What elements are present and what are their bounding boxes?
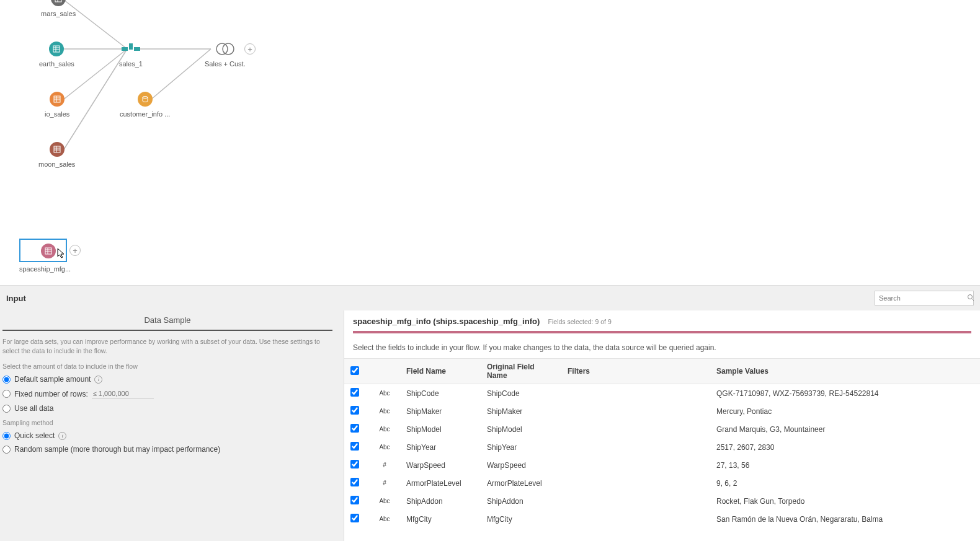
fields-table: Field Name Original Field Name Filters S…	[344, 358, 980, 528]
node-label: spaceship_mfg...	[19, 265, 71, 273]
table-row[interactable]: AbcShipAddonShipAddonRocket, Flak Gun, T…	[344, 492, 980, 510]
node-label: earth_sales	[39, 60, 74, 68]
col-original-name: Original Field Name	[481, 359, 561, 384]
node-customer-info[interactable]: customer_info ...	[120, 92, 170, 118]
panel-title: Input	[6, 294, 26, 303]
table-row[interactable]: AbcShipModelShipModelGrand Marquis, G3, …	[344, 420, 980, 438]
sampling-label: Sampling method	[0, 415, 335, 429]
filters-cell	[561, 510, 710, 528]
field-checkbox[interactable]	[350, 478, 359, 486]
svg-rect-24	[134, 47, 140, 51]
table-row[interactable]: AbcShipMakerShipMakerMercury, Pontiac	[344, 402, 980, 420]
node-label: Sales + Cust.	[205, 60, 246, 68]
node-mars-sales[interactable]: mars_sales	[41, 0, 76, 17]
svg-rect-28	[45, 248, 51, 254]
clean-step-icon	[121, 42, 141, 56]
original-field-name: ShipModel	[481, 420, 561, 438]
node-label: io_sales	[45, 110, 69, 118]
radio-quick-select[interactable]: Quick select i	[0, 429, 335, 442]
col-filters: Filters	[561, 359, 710, 384]
field-name: ArmorPlateLevel	[400, 474, 481, 492]
node-moon-sales[interactable]: moon_sales	[38, 142, 75, 168]
search-icon	[967, 294, 974, 302]
node-earth-sales[interactable]: earth_sales	[39, 42, 74, 68]
info-icon[interactable]: i	[58, 432, 66, 440]
filters-cell	[561, 384, 710, 403]
svg-point-25	[143, 97, 148, 99]
fields-pane: spaceship_mfg_info (ships.spaceship_mfg_…	[344, 310, 980, 541]
col-sample-values: Sample Values	[710, 359, 980, 384]
svg-point-26	[216, 43, 228, 55]
node-label: customer_info ...	[120, 110, 170, 118]
type-icon: #	[369, 474, 400, 492]
field-checkbox[interactable]	[350, 388, 359, 397]
sample-values: 2517, 2607, 2830	[710, 438, 980, 456]
input-panel: Input Data Sample For large data sets, y…	[0, 285, 980, 541]
radio-use-all[interactable]: Use all data	[0, 402, 335, 415]
table-row[interactable]: AbcShipCodeShipCodeQGK-71710987, WXZ-756…	[344, 384, 980, 403]
node-join[interactable]: Sales + Cust.	[205, 42, 246, 68]
node-sales-1[interactable]: sales_1	[119, 42, 143, 68]
radio-random-sample[interactable]: Random sample (more thorough but may imp…	[0, 442, 335, 456]
svg-rect-18	[54, 146, 60, 152]
sample-values: Mercury, Pontiac	[710, 402, 980, 420]
sample-values: Rocket, Flak Gun, Torpedo	[710, 492, 980, 510]
node-spaceship-mfg-selected[interactable]	[19, 239, 67, 262]
table-row[interactable]: #ArmorPlateLevelArmorPlateLevel9, 6, 2	[344, 474, 980, 492]
table-icon	[50, 142, 65, 157]
table-row[interactable]: #WarpSpeedWarpSpeed27, 13, 56	[344, 456, 980, 474]
filters-cell	[561, 402, 710, 420]
sample-values: 9, 6, 2	[710, 474, 980, 492]
col-field-name: Field Name	[400, 359, 481, 384]
node-label: moon_sales	[38, 161, 75, 168]
add-step-button[interactable]: +	[69, 245, 81, 256]
field-checkbox[interactable]	[350, 514, 359, 522]
svg-rect-6	[55, 0, 61, 2]
svg-rect-14	[54, 96, 60, 102]
fields-instruction: Select the fields to include in your flo…	[344, 337, 980, 358]
table-row[interactable]: AbcMfgCityMfgCitySan Ramón de la Nueva O…	[344, 510, 980, 528]
svg-rect-22	[122, 47, 128, 51]
field-checkbox[interactable]	[350, 406, 359, 415]
field-name: ShipMaker	[400, 402, 481, 420]
select-all-checkbox[interactable]	[350, 366, 359, 375]
type-icon: #	[369, 456, 400, 474]
type-icon: Abc	[369, 438, 400, 456]
original-field-name: ShipCode	[481, 384, 561, 403]
table-row[interactable]: AbcShipYearShipYear2517, 2607, 2830	[344, 438, 980, 456]
field-name: ShipYear	[400, 438, 481, 456]
fields-selected-count: Fields selected: 9 of 9	[548, 318, 612, 325]
field-checkbox[interactable]	[350, 442, 359, 451]
tab-data-sample[interactable]: Data Sample	[2, 310, 332, 331]
svg-point-27	[223, 43, 234, 55]
svg-point-32	[968, 295, 973, 299]
fixed-rows-input[interactable]	[92, 389, 154, 399]
sample-values: QGK-71710987, WXZ-75693739, REJ-54522814	[710, 384, 980, 403]
filters-cell	[561, 420, 710, 438]
original-field-name: WarpSpeed	[481, 456, 561, 474]
flow-canvas[interactable]: mars_sales earth_sales io_sales moon_sal…	[0, 0, 980, 285]
field-checkbox[interactable]	[350, 460, 359, 468]
info-icon[interactable]: i	[94, 376, 102, 384]
field-checkbox[interactable]	[350, 424, 359, 433]
amount-label: Select the amount of data to include in …	[0, 359, 335, 372]
search-input[interactable]	[875, 291, 974, 306]
table-icon	[50, 92, 65, 107]
field-checkbox[interactable]	[350, 496, 359, 504]
type-icon: Abc	[369, 510, 400, 528]
type-icon: Abc	[369, 384, 400, 403]
radio-default-sample[interactable]: Default sample amount i	[0, 372, 335, 386]
original-field-name: ShipYear	[481, 438, 561, 456]
filters-cell	[561, 474, 710, 492]
filters-cell	[561, 456, 710, 474]
add-step-button[interactable]: +	[244, 43, 256, 55]
datasource-title: spaceship_mfg_info (ships.spaceship_mfg_…	[353, 317, 540, 326]
original-field-name: ShipAddon	[481, 492, 561, 510]
table-icon	[49, 42, 64, 56]
radio-fixed-rows[interactable]: Fixed number of rows:	[0, 386, 335, 402]
node-io-sales[interactable]: io_sales	[45, 92, 69, 118]
table-icon	[41, 244, 56, 258]
type-icon: Abc	[369, 420, 400, 438]
field-name: ShipCode	[400, 384, 481, 403]
filters-cell	[561, 438, 710, 456]
